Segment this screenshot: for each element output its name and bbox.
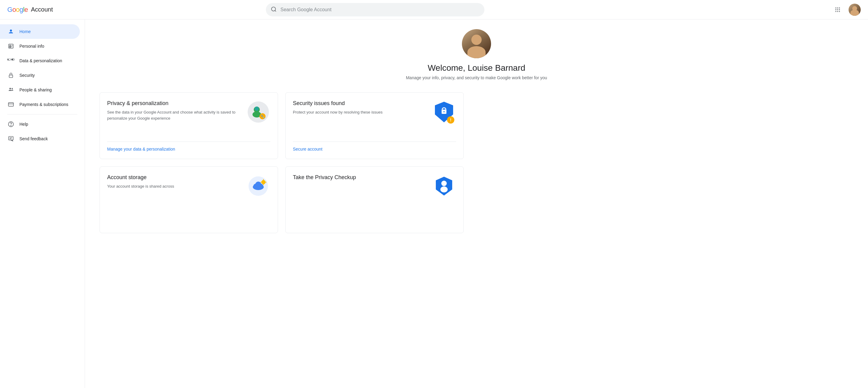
svg-point-19 xyxy=(13,59,14,60)
security-card-desc: Protect your account now by resolving th… xyxy=(293,109,427,115)
security-label: Security xyxy=(20,73,35,78)
svg-point-50 xyxy=(440,186,448,192)
card-content: Privacy & personalization See the data i… xyxy=(107,100,271,124)
checkup-card-title: Take the Privacy Checkup xyxy=(293,174,427,181)
google-account-logo[interactable]: Google Account xyxy=(7,6,92,14)
svg-line-1 xyxy=(275,10,276,11)
sidebar-item-payments[interactable]: Payments & subscriptions xyxy=(0,97,80,112)
people-icon xyxy=(7,86,14,93)
svg-point-8 xyxy=(836,11,836,12)
svg-point-10 xyxy=(839,11,840,12)
svg-point-13 xyxy=(10,45,11,46)
google-logo: Google xyxy=(7,6,28,14)
svg-point-21 xyxy=(9,88,11,89)
lock-icon xyxy=(7,72,14,79)
svg-rect-27 xyxy=(9,137,13,140)
sidebar-item-personal-info[interactable]: Personal info xyxy=(0,39,80,54)
welcome-subtitle: Manage your info, privacy, and security … xyxy=(406,75,547,80)
sidebar: Home Personal info xyxy=(0,20,85,388)
sidebar-item-security[interactable]: Security xyxy=(0,68,80,83)
svg-point-7 xyxy=(839,9,840,10)
feedback-icon xyxy=(7,135,14,142)
help-icon xyxy=(7,121,14,128)
sidebar-item-home[interactable]: Home xyxy=(0,24,80,39)
privacy-personalization-card[interactable]: Privacy & personalization See the data i… xyxy=(99,92,278,159)
avatar[interactable] xyxy=(848,4,861,16)
person-icon xyxy=(7,42,14,50)
privacy-checkup-card[interactable]: Take the Privacy Checkup xyxy=(285,167,464,233)
svg-rect-12 xyxy=(9,44,13,48)
card-content: Account storage Your account storage is … xyxy=(107,174,271,198)
main-content: Welcome, Louise Barnard Manage your info… xyxy=(85,20,868,388)
people-sharing-label: People & sharing xyxy=(20,87,52,92)
avatar-image xyxy=(848,4,861,16)
storage-card-title: Account storage xyxy=(107,174,241,181)
privacy-card-footer: Manage your data & personalization xyxy=(107,142,271,151)
svg-point-6 xyxy=(837,9,838,10)
svg-point-44 xyxy=(261,180,266,184)
apps-button[interactable] xyxy=(832,4,844,16)
help-label: Help xyxy=(20,122,28,127)
svg-point-38 xyxy=(443,111,445,112)
header-right xyxy=(832,4,861,16)
svg-rect-23 xyxy=(8,102,14,106)
personal-info-label: Personal info xyxy=(20,44,44,49)
svg-point-4 xyxy=(839,7,840,8)
profile-avatar xyxy=(462,29,491,58)
page-layout: Home Personal info xyxy=(0,20,868,388)
account-storage-card[interactable]: Account storage Your account storage is … xyxy=(99,167,278,233)
sidebar-item-send-feedback[interactable]: Send feedback xyxy=(0,131,80,146)
card-text: Privacy & personalization See the data i… xyxy=(107,100,246,121)
nav-divider xyxy=(7,114,78,115)
privacy-illustration: 🔧 xyxy=(246,100,271,124)
svg-point-26 xyxy=(11,125,11,126)
svg-point-49 xyxy=(441,181,447,186)
card-content: Security issues found Protect your accou… xyxy=(293,100,456,124)
security-issues-card[interactable]: Security issues found Protect your accou… xyxy=(285,92,464,159)
home-label: Home xyxy=(20,29,31,34)
security-card-title: Security issues found xyxy=(293,100,427,107)
security-illustration: ! xyxy=(432,100,456,124)
search-bar-container xyxy=(266,3,485,17)
privacy-card-title: Privacy & personalization xyxy=(107,100,241,107)
svg-point-2 xyxy=(836,7,836,8)
svg-point-33 xyxy=(255,107,259,111)
payments-label: Payments & subscriptions xyxy=(20,102,68,107)
svg-rect-20 xyxy=(9,75,13,78)
account-text: Account xyxy=(31,6,53,13)
svg-text:🔧: 🔧 xyxy=(260,114,265,119)
privacy-card-link[interactable]: Manage your data & personalization xyxy=(107,147,175,151)
security-card-footer: Secure account xyxy=(293,142,456,151)
cards-grid: Privacy & personalization See the data i… xyxy=(99,92,464,233)
svg-point-9 xyxy=(837,11,838,12)
data-personalization-label: Data & personalization xyxy=(20,58,62,63)
privacy-card-desc: See the data in your Google Account and … xyxy=(107,109,241,121)
storage-card-desc: Your account storage is shared across xyxy=(107,183,241,189)
security-card-link[interactable]: Secure account xyxy=(293,147,322,151)
home-icon xyxy=(7,28,14,35)
checkup-illustration xyxy=(432,174,456,198)
svg-point-5 xyxy=(836,9,836,10)
card-text: Account storage Your account storage is … xyxy=(107,174,246,189)
svg-point-0 xyxy=(272,7,276,11)
toggle-icon xyxy=(7,57,14,64)
welcome-title: Welcome, Louise Barnard xyxy=(428,63,525,73)
storage-illustration xyxy=(246,174,271,198)
send-feedback-label: Send feedback xyxy=(20,136,48,141)
svg-point-17 xyxy=(8,59,9,60)
warning-badge: ! xyxy=(447,116,454,124)
svg-point-22 xyxy=(11,88,13,89)
card-text: Take the Privacy Checkup xyxy=(293,174,432,183)
sidebar-item-people-sharing[interactable]: People & sharing xyxy=(0,83,80,97)
sidebar-item-help[interactable]: Help xyxy=(0,117,80,131)
card-text: Security issues found Protect your accou… xyxy=(293,100,432,115)
svg-point-3 xyxy=(837,7,838,8)
card-content: Take the Privacy Checkup xyxy=(293,174,456,198)
header: Google Account xyxy=(0,0,868,20)
credit-card-icon xyxy=(7,101,14,108)
svg-point-11 xyxy=(10,29,12,32)
search-input[interactable] xyxy=(266,3,485,17)
profile-section: Welcome, Louise Barnard Manage your info… xyxy=(99,29,854,80)
sidebar-item-data-personalization[interactable]: Data & personalization xyxy=(0,54,80,68)
search-icon xyxy=(271,6,277,13)
